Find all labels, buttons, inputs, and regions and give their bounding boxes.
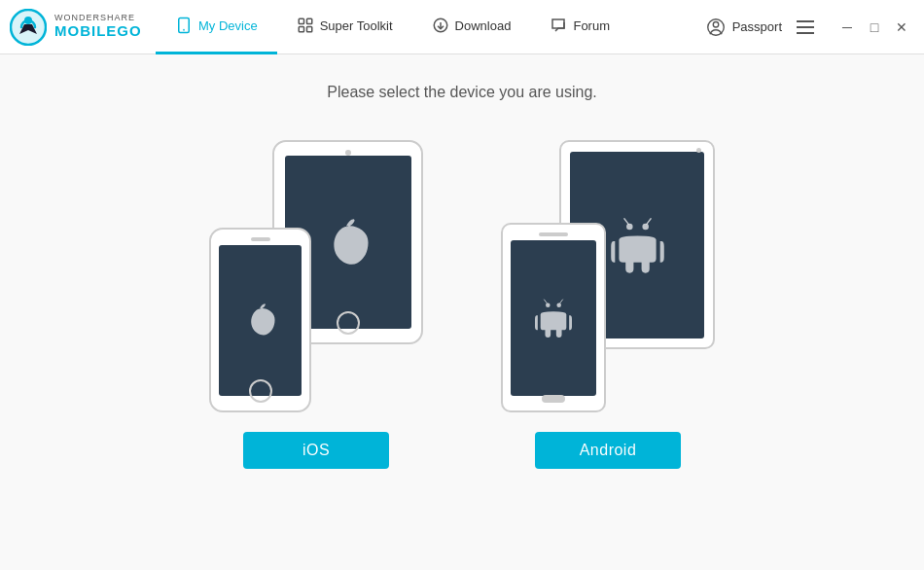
passport-label: Passport: [732, 19, 782, 34]
svg-line-19: [545, 300, 548, 303]
svg-point-13: [626, 223, 633, 230]
android-device-option[interactable]: Android: [501, 140, 715, 469]
window-controls: ─ □ ✕: [835, 15, 914, 40]
svg-point-12: [713, 21, 719, 27]
svg-rect-6: [306, 18, 311, 23]
titlebar: WONDERSHARE MOBILEGO My Device Super Too…: [0, 0, 924, 54]
logo-mobilego: MOBILEGO: [54, 23, 142, 40]
menu-line-2: [797, 26, 814, 28]
nav-item-my-device[interactable]: My Device: [156, 0, 277, 54]
nav-label-my-device: My Device: [198, 18, 258, 33]
mobilego-logo-icon: [10, 9, 47, 46]
ios-button[interactable]: iOS: [243, 432, 389, 469]
nav-label-forum: Forum: [573, 18, 610, 33]
main-nav: My Device Super Toolkit Download: [156, 0, 705, 54]
nav-label-download: Download: [455, 18, 512, 33]
android-logo-phone: [535, 298, 572, 338]
minimize-button[interactable]: ─: [835, 15, 860, 40]
svg-line-15: [623, 218, 627, 223]
titlebar-right: Passport ─ □ ✕: [705, 14, 914, 41]
passport-button[interactable]: Passport: [705, 17, 782, 38]
nav-item-super-toolkit[interactable]: Super Toolkit: [277, 0, 412, 54]
apple-logo-phone: [242, 298, 279, 342]
logo-area: WONDERSHARE MOBILEGO: [10, 9, 146, 46]
svg-line-20: [560, 300, 563, 303]
menu-button[interactable]: [792, 14, 819, 41]
svg-rect-5: [299, 18, 303, 23]
forum-icon: [550, 17, 567, 34]
phone-icon: [175, 17, 193, 34]
svg-point-2: [24, 17, 32, 24]
ios-device-option[interactable]: iOS: [209, 140, 423, 469]
svg-point-14: [642, 223, 649, 230]
android-device-image: [501, 140, 715, 412]
apple-logo-tablet: [321, 211, 374, 274]
nav-label-super-toolkit: Super Toolkit: [320, 18, 393, 33]
svg-rect-8: [306, 27, 311, 32]
android-button[interactable]: Android: [535, 432, 681, 469]
android-phone: [501, 223, 606, 412]
svg-point-18: [556, 303, 561, 307]
ios-device-image: [209, 140, 423, 412]
nav-item-download[interactable]: Download: [412, 0, 531, 54]
android-phone-screen: [511, 240, 596, 396]
download-icon: [432, 17, 449, 34]
svg-point-17: [546, 303, 551, 307]
menu-line-3: [797, 32, 814, 34]
close-button[interactable]: ✕: [889, 15, 914, 40]
nav-item-forum[interactable]: Forum: [530, 0, 629, 54]
svg-line-16: [647, 218, 651, 223]
maximize-button[interactable]: □: [862, 15, 887, 40]
ios-phone: [209, 228, 311, 412]
toolkit-icon: [297, 17, 314, 34]
ios-phone-screen: [219, 245, 302, 396]
subtitle-text: Please select the device you are using.: [327, 84, 597, 101]
android-logo-tablet: [611, 216, 664, 274]
menu-line-1: [797, 20, 814, 22]
passport-icon: [705, 17, 727, 38]
main-content: Please select the device you are using.: [0, 54, 924, 570]
logo-text: WONDERSHARE MOBILEGO: [54, 14, 142, 39]
device-selection: iOS: [209, 140, 715, 469]
svg-rect-7: [299, 27, 303, 32]
